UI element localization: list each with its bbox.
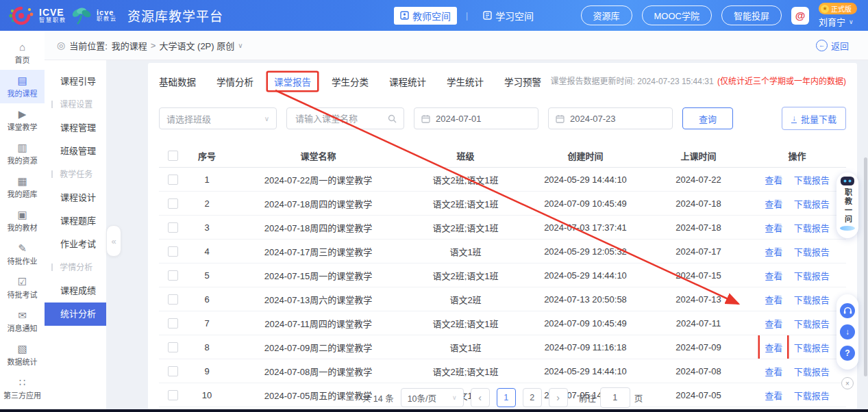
user-menu[interactable]: 刘育宁 ∨ bbox=[819, 15, 854, 28]
back-button[interactable]: ← 返回 bbox=[816, 39, 849, 52]
statistics-icon: ▧ bbox=[17, 344, 27, 354]
view-link[interactable]: 查看 bbox=[765, 175, 782, 185]
table-row: 6 2024-07-13周六的课堂教学 语文2班 2024-07-13 20:5… bbox=[159, 287, 846, 311]
nav-teacher-space[interactable]: 教师空间 bbox=[394, 7, 457, 25]
row-checkbox[interactable] bbox=[168, 222, 178, 233]
page-number-button[interactable]: 1 bbox=[497, 388, 516, 407]
end-date-picker[interactable]: 2024-07-23 bbox=[548, 107, 673, 129]
row-checkbox[interactable] bbox=[168, 175, 178, 185]
row-checkbox[interactable] bbox=[168, 270, 178, 281]
course-menu-item[interactable]: 作业考试 bbox=[45, 233, 106, 256]
row-checkbox[interactable] bbox=[168, 366, 178, 376]
sidebar-item[interactable]: ▧ 数据统计 bbox=[0, 338, 45, 372]
page-number-button[interactable]: 2 bbox=[523, 388, 542, 407]
sidebar-item[interactable]: ▶ 课堂教学 bbox=[0, 103, 45, 137]
class-select[interactable]: 请选择班级 ∨ bbox=[159, 107, 277, 129]
tab[interactable]: 学生统计 bbox=[445, 73, 485, 90]
next-page-button[interactable]: › bbox=[549, 388, 568, 407]
sidebar-item[interactable]: ▥ 我的资源 bbox=[0, 137, 45, 170]
sidebar-item[interactable]: ⌂ 首页 bbox=[0, 36, 45, 70]
row-checkbox[interactable] bbox=[168, 342, 178, 352]
chevron-down-icon: ∨ bbox=[238, 42, 243, 49]
view-link[interactable]: 查看 bbox=[760, 335, 787, 359]
course-menu-item[interactable]: 学情分析 bbox=[45, 256, 106, 279]
page-size-select[interactable]: 10条/页 ∨ bbox=[401, 388, 464, 407]
course-menu-item[interactable]: 统计分析 bbox=[45, 302, 106, 326]
course-menu-item[interactable]: 课程成绩 bbox=[45, 279, 106, 302]
batch-download-button[interactable]: ↓ 批量下载 bbox=[782, 107, 846, 130]
course-menu-item[interactable]: 课程设计 bbox=[45, 186, 106, 209]
view-link[interactable]: 查看 bbox=[765, 367, 782, 377]
scrollbar-thumb[interactable] bbox=[864, 157, 867, 376]
sidebar-item[interactable]: ▣ 我的教材 bbox=[0, 204, 45, 237]
sidebar-item[interactable]: ✎ 待批作业 bbox=[0, 237, 45, 271]
customer-service-button[interactable] bbox=[840, 303, 855, 318]
zhijiao-assistant-widget[interactable]: 职教一问 bbox=[836, 172, 858, 238]
tab[interactable]: 基础数据 bbox=[158, 73, 197, 90]
class-names: 语文2班;语文1班 bbox=[409, 192, 522, 216]
view-link[interactable]: 查看 bbox=[765, 319, 782, 329]
brand-subtitle: 智慧职教 bbox=[39, 18, 66, 23]
search-icon[interactable] bbox=[388, 114, 397, 123]
course-menu-item[interactable]: 班级管理 bbox=[45, 140, 106, 163]
help-button[interactable]: ? bbox=[840, 346, 855, 361]
row-checkbox[interactable] bbox=[168, 198, 178, 209]
row-checkbox[interactable] bbox=[168, 294, 178, 305]
goto-page-input[interactable] bbox=[600, 387, 630, 408]
course-menu-item[interactable]: 教学任务 bbox=[45, 163, 106, 186]
download-report-link[interactable]: 下载报告 bbox=[794, 271, 830, 281]
created-time: 2024-05-29 14:44:10 bbox=[522, 263, 649, 287]
total-count: 共 14 条 bbox=[362, 391, 394, 404]
next-page-icon: › bbox=[556, 392, 560, 403]
course-menu-item[interactable]: 课程引导 bbox=[45, 70, 106, 93]
download-report-link[interactable]: 下载报告 bbox=[794, 175, 830, 185]
select-all-checkbox[interactable] bbox=[168, 151, 178, 161]
tab[interactable]: 学生分类 bbox=[330, 73, 370, 90]
download-report-link[interactable]: 下载报告 bbox=[794, 343, 830, 353]
course-menu-item[interactable]: 课程题库 bbox=[45, 209, 106, 233]
start-date-picker[interactable]: 2024-07-01 bbox=[414, 107, 538, 129]
sidebar-item[interactable]: ▤ 我的课程 bbox=[0, 70, 45, 103]
tab[interactable]: 学习预警 bbox=[503, 73, 543, 90]
header-pill-button[interactable]: MOOC学院 bbox=[642, 5, 712, 25]
close-toolbar-button[interactable]: × bbox=[841, 377, 854, 389]
batch-download-icon: ↓ bbox=[791, 114, 797, 123]
classroom-name: 2024-07-18周四的课堂教学 bbox=[227, 192, 409, 216]
sidebar-item[interactable]: ∷ 第三方应用 bbox=[0, 372, 45, 405]
brand-title: ICVE bbox=[39, 8, 66, 18]
course-menu-item[interactable]: 课程管理 bbox=[45, 116, 106, 140]
header-pill-button[interactable]: 智能投屏 bbox=[721, 5, 782, 25]
classroom-name-input[interactable] bbox=[294, 113, 384, 125]
tab[interactable]: 学情分析 bbox=[215, 73, 255, 90]
course-switcher[interactable]: 大学语文 (2P) 原创 ∨ bbox=[159, 39, 243, 52]
icve-app-icon[interactable]: @ bbox=[791, 7, 809, 25]
medal-icon: ★ bbox=[821, 5, 829, 13]
download-report-link[interactable]: 下载报告 bbox=[794, 319, 830, 329]
view-link[interactable]: 查看 bbox=[765, 199, 782, 209]
query-button[interactable]: 查询 bbox=[682, 107, 733, 129]
tab[interactable]: 课程统计 bbox=[388, 73, 427, 90]
header-pill-button[interactable]: 资源库 bbox=[581, 5, 632, 25]
download-report-link[interactable]: 下载报告 bbox=[794, 199, 830, 209]
download-center-button[interactable]: ↓ bbox=[840, 324, 855, 339]
tab[interactable]: 课堂报告 bbox=[268, 73, 317, 90]
sidebar-item[interactable]: ▦ 我的题库 bbox=[0, 170, 45, 204]
sidebar-item[interactable]: ☑ 待批考试 bbox=[0, 271, 45, 305]
prev-page-button[interactable]: ‹ bbox=[471, 388, 490, 407]
row-checkbox[interactable] bbox=[168, 246, 178, 257]
breadcrumb-parent[interactable]: 我的课程 bbox=[112, 39, 147, 52]
view-link[interactable]: 查看 bbox=[765, 295, 782, 305]
course-menu-item[interactable]: 课程设置 bbox=[45, 93, 106, 116]
teacher-space-icon bbox=[400, 11, 409, 20]
download-report-link[interactable]: 下载报告 bbox=[794, 295, 830, 305]
collapse-sidebar-handle[interactable]: « bbox=[106, 225, 121, 257]
download-report-link[interactable]: 下载报告 bbox=[794, 367, 830, 377]
sidebar-item[interactable]: ✉ 消息通知 bbox=[0, 305, 45, 338]
download-report-link[interactable]: 下载报告 bbox=[794, 223, 830, 233]
view-link[interactable]: 查看 bbox=[765, 247, 782, 257]
view-link[interactable]: 查看 bbox=[765, 271, 782, 281]
nav-learning-space[interactable]: 学习空间 bbox=[477, 7, 540, 25]
row-checkbox[interactable] bbox=[168, 318, 178, 329]
download-report-link[interactable]: 下载报告 bbox=[794, 247, 830, 257]
view-link[interactable]: 查看 bbox=[765, 223, 782, 233]
